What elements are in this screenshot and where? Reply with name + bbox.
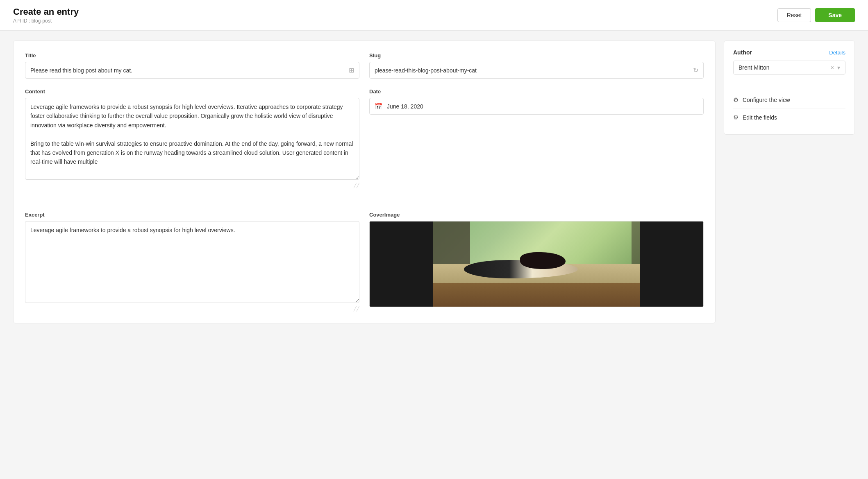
top-bar-left: Create an entry API ID : blog-post bbox=[13, 7, 79, 24]
title-input-wrapper[interactable]: ⊞ bbox=[25, 62, 359, 79]
sliders-icon: ⚙ bbox=[733, 96, 738, 104]
grid-icon: ⊞ bbox=[349, 66, 354, 74]
configure-view-item[interactable]: ⚙ Configure the view bbox=[733, 91, 845, 109]
save-button[interactable]: Save bbox=[815, 8, 855, 22]
author-value: Brent Mitton bbox=[738, 64, 769, 71]
date-input-wrapper[interactable]: 📅 June 18, 2020 bbox=[369, 98, 704, 115]
slug-field: Slug ↻ bbox=[369, 52, 704, 79]
cover-image-box[interactable] bbox=[369, 221, 704, 307]
image-dark-right bbox=[640, 221, 703, 307]
slug-label: Slug bbox=[369, 52, 704, 59]
cat-image bbox=[433, 221, 640, 307]
slug-input-wrapper[interactable]: ↻ bbox=[369, 62, 704, 79]
content-field: Content Leverage agile frameworks to pro… bbox=[25, 88, 359, 188]
page-title: Create an entry bbox=[13, 7, 79, 17]
date-value: June 18, 2020 bbox=[387, 103, 423, 110]
top-bar: Create an entry API ID : blog-post Reset… bbox=[0, 0, 868, 31]
cover-image-field: CoverImage bbox=[369, 212, 704, 312]
author-select-icons: × ▾ bbox=[831, 64, 840, 71]
calendar-icon: 📅 bbox=[375, 102, 383, 110]
author-section-title: Author bbox=[733, 49, 752, 56]
content-textarea[interactable]: Leverage agile frameworks to provide a r… bbox=[25, 98, 359, 180]
reset-button[interactable]: Reset bbox=[777, 8, 811, 22]
author-details-link[interactable]: Details bbox=[829, 50, 845, 56]
configure-view-label: Configure the view bbox=[743, 97, 790, 103]
slug-input[interactable] bbox=[375, 67, 693, 74]
cat-scene bbox=[433, 221, 640, 307]
date-field: Date 📅 June 18, 2020 bbox=[369, 88, 704, 188]
date-label: Date bbox=[369, 88, 704, 95]
excerpt-resize-handle: ╱╱ bbox=[25, 306, 359, 312]
top-bar-actions: Reset Save bbox=[777, 8, 855, 22]
gear-icon: ⚙ bbox=[733, 114, 738, 121]
edit-fields-label: Edit the fields bbox=[743, 114, 777, 121]
excerpt-field: Excerpt Leverage agile frameworks to pro… bbox=[25, 212, 359, 312]
main-content: Title ⊞ Slug ↻ Content Leverage agile fr… bbox=[0, 31, 868, 333]
author-section: Author Details Brent Mitton × ▾ bbox=[724, 41, 854, 83]
author-chevron-icon[interactable]: ▾ bbox=[837, 64, 840, 71]
form-panel: Title ⊞ Slug ↻ Content Leverage agile fr… bbox=[13, 41, 716, 323]
author-clear-icon[interactable]: × bbox=[831, 64, 834, 71]
author-select[interactable]: Brent Mitton × ▾ bbox=[733, 61, 845, 75]
excerpt-label: Excerpt bbox=[25, 212, 359, 218]
refresh-icon[interactable]: ↻ bbox=[693, 66, 698, 74]
excerpt-textarea[interactable]: Leverage agile frameworks to provide a r… bbox=[25, 221, 359, 303]
sidebar-panel: Author Details Brent Mitton × ▾ ⚙ Config… bbox=[724, 41, 855, 135]
content-label: Content bbox=[25, 88, 359, 95]
cat-head bbox=[520, 252, 566, 269]
api-id-label: API ID : blog-post bbox=[13, 18, 79, 24]
actions-section: ⚙ Configure the view ⚙ Edit the fields bbox=[724, 83, 854, 134]
author-header: Author Details bbox=[733, 49, 845, 56]
title-field: Title ⊞ bbox=[25, 52, 359, 79]
resize-handle: ╱╱ bbox=[25, 183, 359, 188]
cover-image-label: CoverImage bbox=[369, 212, 704, 218]
form-grid: Title ⊞ Slug ↻ Content Leverage agile fr… bbox=[25, 52, 704, 312]
image-dark-left bbox=[370, 221, 433, 307]
title-input[interactable] bbox=[30, 67, 349, 74]
title-label: Title bbox=[25, 52, 359, 59]
form-divider bbox=[25, 200, 704, 200]
edit-fields-item[interactable]: ⚙ Edit the fields bbox=[733, 109, 845, 126]
